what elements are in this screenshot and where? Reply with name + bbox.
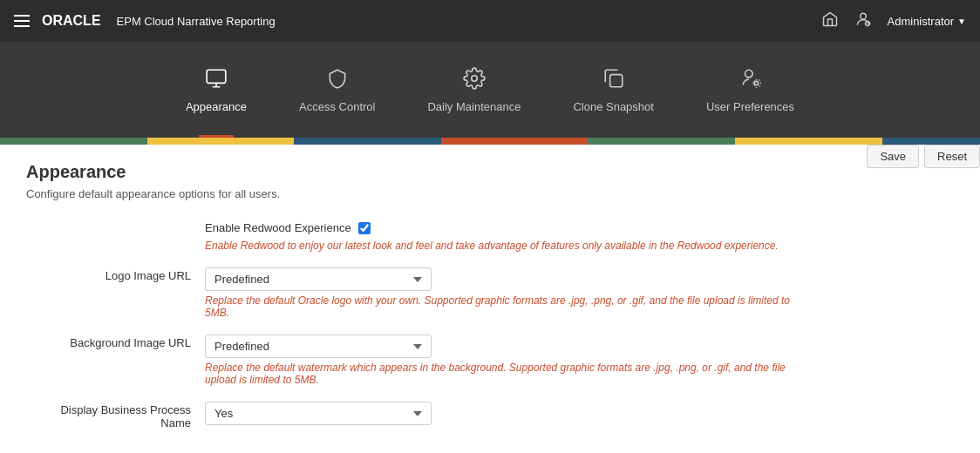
svg-rect-4 (609, 74, 622, 86)
user-settings-icon[interactable] (854, 10, 872, 32)
nav-label-daily-maintenance: Daily Maintenance (427, 100, 521, 113)
hamburger-menu-icon[interactable] (14, 15, 30, 27)
clone-icon (602, 67, 625, 93)
nav-item-appearance[interactable]: Appearance (160, 42, 273, 138)
background-image-url-select[interactable]: Predefined Custom (205, 335, 432, 358)
shield-icon (326, 67, 349, 93)
banner-strip (0, 138, 980, 145)
top-bar-left: ORACLE EPM Cloud Narrative Reporting (14, 13, 821, 29)
form-section: Enable Redwood Experience Enable Redwood… (26, 221, 954, 429)
nav-item-clone-snapshot[interactable]: Clone Snapshot (547, 42, 680, 138)
enable-redwood-content: Enable Redwood Experience Enable Redwood… (205, 221, 954, 252)
save-button[interactable]: Save (867, 145, 919, 168)
nav-item-user-preferences[interactable]: User Preferences (680, 42, 820, 138)
logo-image-url-label: Logo Image URL (44, 267, 205, 282)
page-subtitle: Configure default appearance options for… (26, 187, 954, 200)
admin-label-text: Administrator (888, 15, 955, 28)
nav-label-appearance: Appearance (186, 100, 247, 113)
admin-dropdown-arrow: ▼ (957, 17, 966, 26)
background-image-url-row: Background Image URL Predefined Custom R… (44, 335, 954, 386)
top-bar: ORACLE EPM Cloud Narrative Reporting Adm… (0, 0, 980, 42)
nav-label-clone-snapshot: Clone Snapshot (573, 100, 654, 113)
display-business-process-content: Yes No (205, 402, 954, 425)
main-content: Save Reset Appearance Configure default … (0, 145, 980, 453)
logo-image-url-select[interactable]: Predefined Custom (205, 267, 432, 291)
logo-image-url-content: Predefined Custom Replace the default Or… (205, 267, 954, 319)
logo-image-url-row: Logo Image URL Predefined Custom Replace… (44, 267, 954, 319)
nav-label-access-control: Access Control (299, 100, 375, 113)
display-business-process-row: Display Business Process Name Yes No (44, 402, 954, 429)
app-title: EPM Cloud Narrative Reporting (117, 15, 276, 28)
monitor-icon (205, 67, 228, 93)
svg-point-5 (745, 70, 752, 78)
display-business-process-select[interactable]: Yes No (205, 402, 432, 425)
nav-item-access-control[interactable]: Access Control (273, 42, 401, 138)
nav-label-user-preferences: User Preferences (706, 100, 794, 113)
svg-point-6 (754, 81, 758, 85)
enable-redwood-hint: Enable Redwood to enjoy our latest look … (205, 240, 815, 252)
top-bar-right: Administrator ▼ (821, 10, 966, 32)
action-buttons: Save Reset (867, 145, 980, 168)
nav-item-daily-maintenance[interactable]: Daily Maintenance (401, 42, 547, 138)
admin-menu[interactable]: Administrator ▼ (888, 15, 966, 28)
svg-rect-2 (207, 70, 226, 83)
page-title: Appearance (26, 162, 954, 182)
home-icon[interactable] (821, 10, 839, 32)
reset-button[interactable]: Reset (924, 145, 980, 168)
enable-redwood-label-spacer (44, 221, 205, 223)
background-image-url-content: Predefined Custom Replace the default wa… (205, 335, 954, 386)
display-business-process-label: Display Business Process Name (44, 402, 205, 429)
enable-redwood-checkbox[interactable] (358, 222, 371, 234)
background-image-url-label: Background Image URL (44, 335, 205, 349)
person-gear-icon (739, 67, 762, 93)
enable-redwood-label-text: Enable Redwood Experience (205, 221, 351, 234)
svg-point-0 (860, 13, 866, 19)
secondary-nav: Appearance Access Control Daily Maintena… (0, 42, 980, 138)
logo-image-url-hint: Replace the default Oracle logo with you… (205, 294, 815, 319)
svg-point-3 (472, 75, 478, 81)
background-image-url-hint: Replace the default watermark which appe… (205, 362, 815, 386)
gear-icon (463, 67, 486, 93)
enable-redwood-row: Enable Redwood Experience Enable Redwood… (44, 221, 954, 252)
enable-redwood-inline: Enable Redwood Experience (205, 221, 954, 234)
oracle-logo: ORACLE (42, 13, 101, 29)
